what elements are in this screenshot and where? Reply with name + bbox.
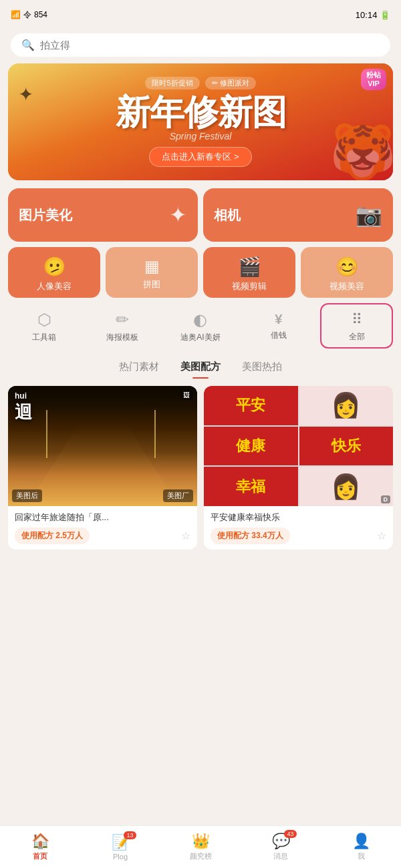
star-icon: ✦ [169, 202, 187, 228]
poster-label: 海报模板 [106, 332, 138, 343]
return-text: 迴 [15, 401, 32, 424]
all-label: 全部 [349, 331, 365, 343]
tab-hot-shoot[interactable]: 美图热拍 [242, 361, 282, 379]
toolbox-icon: ⬡ [37, 310, 51, 329]
ranking-label: 颜究榜 [190, 851, 212, 861]
tab-hot-material[interactable]: 热门素材 [119, 361, 159, 379]
hui-overlay: hui [15, 391, 27, 401]
loan-button[interactable]: ¥ 借钱 [242, 303, 315, 349]
collage-icon: ▦ [144, 257, 160, 276]
card-2-image: 平安 健康 快乐 幸福 D [204, 386, 393, 506]
edit-tag: ✏ 修图派对 [205, 77, 256, 89]
cell-girl-2: D [299, 467, 394, 506]
card-1-star[interactable]: ☆ [181, 529, 190, 542]
vip-badge[interactable]: 粉钻 VIP [361, 69, 386, 90]
portrait-label: 人像美容 [37, 280, 72, 292]
collage-button[interactable]: ▦ 拼图 [106, 247, 198, 298]
tiger-decoration: 🐯 [329, 121, 393, 180]
plog-badge-wrapper: 📝 13 [112, 834, 130, 851]
grid-row-bot: ⬡ 工具箱 ✏ 海报模板 ◐ 迪奥AI美妍 ¥ 借钱 ⠿ 全部 [8, 303, 393, 349]
beautify-label: 图片美化 [19, 206, 72, 224]
nav-messages[interactable]: 💬 43 消息 [241, 826, 321, 868]
banner-subtitle: Spring Festival [170, 131, 232, 142]
signal-icon: 📶 [11, 10, 21, 19]
card-2-title: 平安健康幸福快乐 [211, 511, 386, 523]
cards-grid: hui 迴 🖼 美图后 美图厂 回家过年旅途随拍「原... 使用配方 2.5万人… [8, 386, 393, 550]
ranking-icon: 👑 [192, 833, 210, 850]
status-left: 📶 令 854 [11, 9, 47, 21]
portrait-icon: 🫤 [43, 256, 66, 278]
video-edit-icon: 🎬 [238, 256, 261, 278]
ai-beauty-icon: ◐ [193, 310, 207, 329]
cell-jian-kang: 健康 [204, 427, 298, 466]
video-edit-button[interactable]: 🎬 视频剪辑 [203, 247, 295, 298]
ai-beauty-label: 迪奥AI美妍 [180, 332, 220, 343]
tabs-bar: 热门素材 美图配方 美图热拍 [8, 354, 393, 379]
profile-label: 我 [358, 851, 365, 861]
banner-title: 新年修新图 [116, 95, 286, 130]
card-1-info: 回家过年旅途随拍「原... 使用配方 2.5万人 ☆ [8, 506, 197, 550]
ai-beauty-button[interactable]: ◐ 迪奥AI美妍 [164, 303, 237, 349]
loan-icon: ¥ [275, 312, 282, 327]
card-1-image: hui 迴 🖼 美图后 美图厂 [8, 386, 197, 506]
card-1-meta: 使用配方 2.5万人 ☆ [15, 527, 190, 544]
home-icon: 🏠 [31, 833, 49, 850]
home-label: 首页 [33, 851, 47, 861]
plog-label: Plog [113, 853, 128, 861]
messages-label: 消息 [273, 851, 288, 861]
video-beauty-icon: 😊 [336, 256, 359, 278]
bottom-nav: 🏠 首页 📝 13 Plog 👑 颜究榜 💬 43 消息 👤 我 [0, 825, 401, 868]
all-button[interactable]: ⠿ 全部 [320, 303, 393, 349]
search-bar[interactable]: 🔍 [11, 33, 390, 57]
messages-badge-wrapper: 💬 43 [272, 833, 290, 850]
status-bar: 📶 令 854 10:14 🔋 [0, 0, 401, 29]
nav-home[interactable]: 🏠 首页 [0, 826, 80, 868]
card-1-badge: 🖼 [180, 390, 193, 400]
toolbox-label: 工具箱 [32, 332, 56, 343]
cell-girl-1 [299, 386, 394, 425]
grid-row-mid: 🫤 人像美容 ▦ 拼图 🎬 视频剪辑 😊 视频美容 [8, 247, 393, 298]
plog-badge: 13 [124, 831, 136, 839]
card-2-meta: 使用配方 33.4万人 ☆ [211, 527, 386, 544]
cell-kuai-le: 快乐 [299, 427, 394, 466]
card-1-overlay-right: 美图厂 [163, 489, 193, 502]
card-1: hui 迴 🖼 美图后 美图厂 回家过年旅途随拍「原... 使用配方 2.5万人… [8, 386, 197, 550]
time: 10:14 🔋 [356, 10, 390, 20]
camera-label: 相机 [214, 206, 241, 224]
camera-button[interactable]: 相机 📷 [203, 188, 393, 242]
nav-profile[interactable]: 👤 我 [321, 826, 401, 868]
nav-ranking[interactable]: 👑 颜究榜 [160, 826, 241, 868]
sparkle-icon: ✦ [18, 83, 33, 105]
video-beauty-button[interactable]: 😊 视频美容 [301, 247, 393, 298]
video-edit-label: 视频剪辑 [232, 280, 267, 292]
card-2: 平安 健康 快乐 幸福 D 平安健康幸福快乐 使用配方 33.4万人 ☆ [204, 386, 393, 550]
d-badge: D [381, 495, 391, 503]
wifi-icon: 令 [23, 9, 31, 21]
cell-ping-an: 平安 [204, 386, 298, 425]
card-2-star[interactable]: ☆ [377, 529, 386, 542]
video-beauty-label: 视频美容 [329, 280, 364, 292]
collage-label: 拼图 [143, 278, 160, 290]
search-input[interactable] [40, 39, 380, 51]
card-2-use-btn[interactable]: 使用配方 33.4万人 [211, 527, 290, 544]
toolbox-button[interactable]: ⬡ 工具箱 [8, 303, 81, 349]
poster-button[interactable]: ✏ 海报模板 [86, 303, 159, 349]
search-icon: 🔍 [21, 39, 35, 51]
card-1-overlay-left: 美图后 [12, 489, 42, 502]
promo-tag: 限时5折促销 [145, 77, 199, 89]
beautify-button[interactable]: 图片美化 ✦ [8, 188, 198, 242]
grid-row-top: 图片美化 ✦ 相机 📷 [8, 188, 393, 242]
tab-recipe[interactable]: 美图配方 [180, 361, 221, 379]
banner-cta-button[interactable]: 点击进入新春专区 > [149, 147, 251, 167]
all-icon: ⠿ [352, 311, 362, 329]
poster-icon: ✏ [116, 310, 129, 329]
signal-strength: 854 [34, 10, 47, 19]
card-1-title: 回家过年旅途随拍「原... [15, 511, 190, 523]
portrait-button[interactable]: 🫤 人像美容 [8, 247, 100, 298]
messages-badge: 43 [284, 830, 296, 838]
nav-plog[interactable]: 📝 13 Plog [80, 826, 160, 868]
banner[interactable]: NEW YEAR · HAPPY CHINESE NEW YEAR · HAPP… [8, 63, 393, 180]
card-1-use-btn[interactable]: 使用配方 2.5万人 [15, 527, 90, 544]
card-2-info: 平安健康幸福快乐 使用配方 33.4万人 ☆ [204, 506, 393, 550]
status-right: 10:14 🔋 [356, 10, 390, 20]
